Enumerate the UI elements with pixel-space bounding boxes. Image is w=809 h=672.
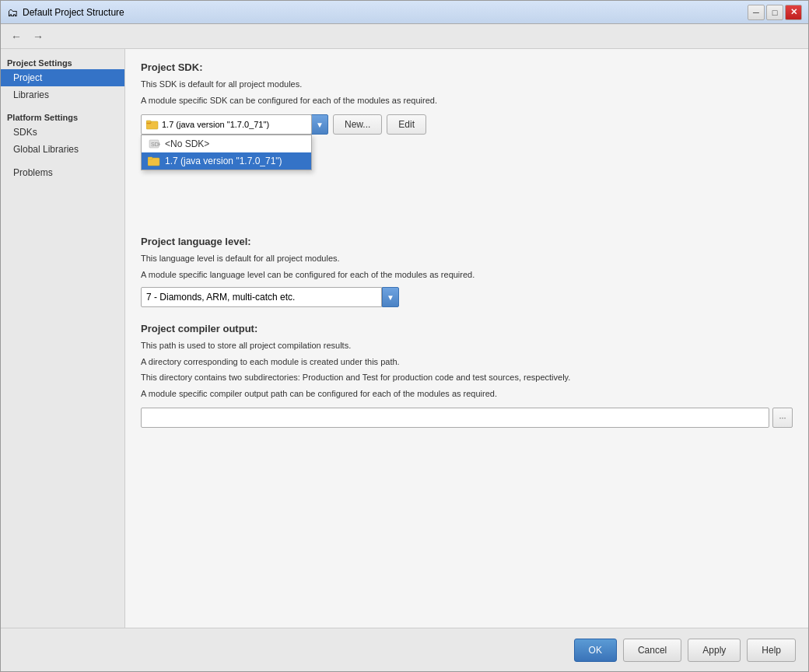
compiler-desc4: A module specific compiler output path c… bbox=[141, 387, 793, 401]
sidebar-separator bbox=[1, 103, 124, 110]
svg-rect-2 bbox=[146, 121, 151, 123]
cancel-button[interactable]: Cancel bbox=[623, 639, 681, 662]
sdk-option-17[interactable]: 1.7 (java version "1.7.0_71") bbox=[142, 152, 311, 170]
sdk-dropdown-popup: SDK <No SDK> 1.7 (java version bbox=[141, 135, 312, 170]
apply-button[interactable]: Apply bbox=[688, 639, 741, 662]
window-title: Default Project Structure bbox=[23, 7, 743, 18]
svg-rect-3 bbox=[147, 123, 151, 124]
new-sdk-button[interactable]: New... bbox=[333, 114, 382, 135]
folder-icon bbox=[146, 119, 159, 130]
compiler-desc2: A directory corresponding to each module… bbox=[141, 355, 793, 369]
output-path-row: ··· bbox=[141, 408, 793, 428]
toolbar: ← → bbox=[1, 24, 808, 49]
svg-text:SDK: SDK bbox=[151, 142, 160, 147]
output-path-input[interactable] bbox=[141, 408, 769, 428]
sdk-selected-value: 1.7 (java version "1.7.0_71") bbox=[162, 120, 308, 129]
sidebar-item-problems[interactable]: Problems bbox=[1, 164, 124, 181]
sdk-dropdown-arrow[interactable]: ▼ bbox=[311, 114, 328, 135]
platform-settings-label: Platform Settings bbox=[1, 110, 124, 124]
language-selected-value: 7 - Diamonds, ARM, multi-catch etc. bbox=[146, 292, 295, 303]
bottom-bar: OK Cancel Apply Help bbox=[1, 628, 808, 671]
title-bar: 🗂 Default Project Structure ─ □ ✕ bbox=[1, 1, 808, 24]
compiler-output-section: Project compiler output: This path is us… bbox=[141, 323, 793, 428]
compiler-desc1: This path is used to store all project c… bbox=[141, 339, 793, 352]
minimize-button[interactable]: ─ bbox=[748, 5, 765, 20]
sidebar-item-global-libraries[interactable]: Global Libraries bbox=[1, 141, 124, 158]
language-dropdown[interactable]: 7 - Diamonds, ARM, multi-catch etc. bbox=[141, 287, 382, 307]
browse-button[interactable]: ··· bbox=[772, 408, 793, 428]
content-area: Project Settings Project Libraries Platf… bbox=[1, 49, 808, 628]
sdk-option-none[interactable]: SDK <No SDK> bbox=[142, 135, 311, 152]
forward-button[interactable]: → bbox=[29, 27, 47, 46]
sidebar-item-sdks[interactable]: SDKs bbox=[1, 124, 124, 141]
window-body: ← → Project Settings Project Libraries P… bbox=[1, 24, 808, 671]
help-button[interactable]: Help bbox=[747, 639, 796, 662]
window-icon: 🗂 bbox=[7, 6, 18, 19]
sdk-title: Project SDK: bbox=[141, 61, 793, 73]
sidebar-item-libraries[interactable]: Libraries bbox=[1, 86, 124, 103]
sdk-row: 1.7 (java version "1.7.0_71") ▼ SDK bbox=[141, 114, 793, 135]
lang-desc1: This language level is default for all p… bbox=[141, 252, 793, 265]
svg-rect-7 bbox=[148, 157, 152, 159]
no-sdk-icon: SDK bbox=[148, 138, 160, 149]
main-window: 🗂 Default Project Structure ─ □ ✕ ← → Pr… bbox=[0, 0, 809, 672]
java-sdk-label: 1.7 (java version "1.7.0_71") bbox=[165, 156, 282, 166]
language-level-title: Project language level: bbox=[141, 236, 793, 247]
sdk-dropdown[interactable]: 1.7 (java version "1.7.0_71") bbox=[141, 114, 312, 135]
java-sdk-icon bbox=[148, 156, 160, 166]
language-level-row: 7 - Diamonds, ARM, multi-catch etc. ▼ bbox=[141, 287, 793, 307]
lang-desc2: A module specific language level can be … bbox=[141, 268, 793, 282]
title-bar-controls: ─ □ ✕ bbox=[748, 5, 802, 20]
no-sdk-label: <No SDK> bbox=[165, 138, 209, 149]
maximize-button[interactable]: □ bbox=[766, 5, 783, 20]
sdk-desc1: This SDK is default for all project modu… bbox=[141, 78, 793, 91]
language-level-section: Project language level: This language le… bbox=[141, 236, 793, 307]
compiler-output-title: Project compiler output: bbox=[141, 323, 793, 334]
sidebar-item-project[interactable]: Project bbox=[1, 69, 124, 86]
back-button[interactable]: ← bbox=[7, 27, 26, 46]
edit-sdk-button[interactable]: Edit bbox=[387, 114, 426, 135]
language-dropdown-arrow[interactable]: ▼ bbox=[382, 287, 399, 307]
ok-button[interactable]: OK bbox=[574, 639, 617, 662]
main-panel: Project SDK: This SDK is default for all… bbox=[125, 49, 808, 628]
compiler-desc3: This directory contains two subdirectori… bbox=[141, 371, 793, 384]
sidebar: Project Settings Project Libraries Platf… bbox=[1, 49, 125, 628]
project-settings-label: Project Settings bbox=[1, 55, 124, 69]
sdk-section: Project SDK: This SDK is default for all… bbox=[141, 61, 793, 135]
sdk-dropdown-container: 1.7 (java version "1.7.0_71") ▼ SDK bbox=[141, 114, 328, 135]
close-button[interactable]: ✕ bbox=[785, 5, 802, 20]
sdk-desc2: A module specific SDK can be configured … bbox=[141, 94, 793, 107]
sidebar-separator-2 bbox=[1, 158, 124, 164]
